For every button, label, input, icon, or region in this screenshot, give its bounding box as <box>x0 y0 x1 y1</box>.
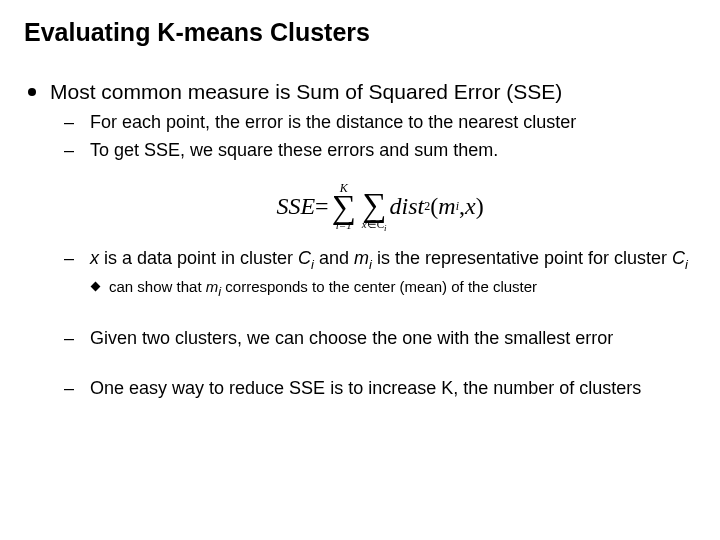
sigma-lower: i=1 <box>336 220 352 231</box>
sigma-lower: x∈Ci <box>362 219 387 233</box>
sigma-outer: K ∑ i=1 <box>332 182 356 232</box>
sub-sub-bullet: can show that mi corresponds to the cent… <box>92 277 696 301</box>
sub-bullet: – For each point, the error is the dista… <box>64 111 696 134</box>
main-bullet: Most common measure is Sum of Squared Er… <box>28 79 696 105</box>
formula-eq: = <box>315 193 329 220</box>
formula-m: m <box>438 193 455 220</box>
sub-bullet-text: For each point, the error is the distanc… <box>90 111 576 134</box>
sub-bullet: – To get SSE, we square these errors and… <box>64 139 696 162</box>
sub-bullet-list: – For each point, the error is the dista… <box>64 111 696 400</box>
sub-bullet: – x is a data point in cluster Ci and mi… <box>64 247 696 273</box>
dash-icon: – <box>64 377 78 400</box>
formula-close: ) <box>476 193 484 220</box>
sub-bullet-text: To get SSE, we square these errors and s… <box>90 139 498 162</box>
diamond-icon <box>91 282 101 292</box>
sub-bullet-text: x is a data point in cluster Ci and mi i… <box>90 247 688 273</box>
sigma-inner: ∑ x∈Ci <box>362 180 387 233</box>
slide-title: Evaluating K-means Clusters <box>24 18 696 47</box>
bullet-icon <box>28 88 36 96</box>
dash-icon: – <box>64 139 78 162</box>
dash-icon: – <box>64 111 78 134</box>
sigma-icon: ∑ <box>362 190 386 221</box>
formula-open: ( <box>430 193 438 220</box>
formula-lhs: SSE <box>276 193 315 220</box>
sub-bullet-text: Given two clusters, we can choose the on… <box>90 327 613 350</box>
formula-x: x <box>465 193 476 220</box>
sub-sub-text: can show that mi corresponds to the cent… <box>109 277 537 301</box>
sse-formula: SSE = K ∑ i=1 ∑ x∈Ci dist2(mi, x) <box>64 180 696 233</box>
sigma-icon: ∑ <box>332 192 356 223</box>
sub-bullet-text: One easy way to reduce SSE is to increas… <box>90 377 641 400</box>
main-bullet-text: Most common measure is Sum of Squared Er… <box>50 79 562 105</box>
dash-icon: – <box>64 247 78 270</box>
formula-dist: dist <box>390 193 425 220</box>
sub-bullet: – Given two clusters, we can choose the … <box>64 327 696 350</box>
dash-icon: – <box>64 327 78 350</box>
sub-bullet: – One easy way to reduce SSE is to incre… <box>64 377 696 400</box>
